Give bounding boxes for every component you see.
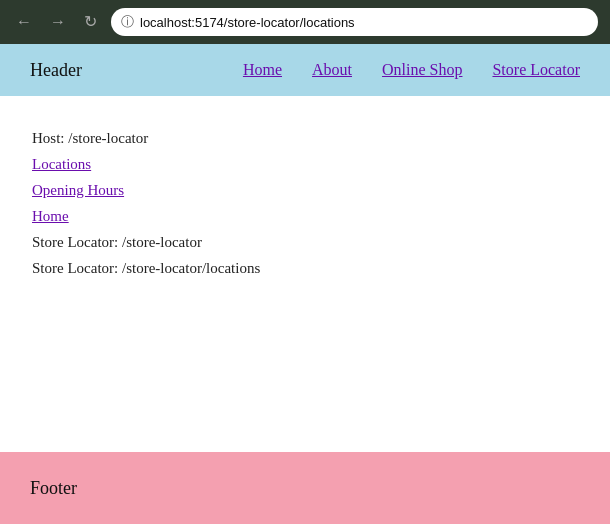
info-icon: ⓘ: [121, 13, 134, 31]
store-locator-1: Store Locator: /store-locator: [32, 230, 578, 254]
header-title: Header: [30, 60, 82, 81]
store-locator-2: Store Locator: /store-locator/locations: [32, 256, 578, 280]
nav-online-shop[interactable]: Online Shop: [382, 61, 462, 79]
host-label: Host: /store-locator: [32, 126, 578, 150]
nav-about[interactable]: About: [312, 61, 352, 79]
nav-store-locator[interactable]: Store Locator: [492, 61, 580, 79]
site-header: Header Home About Online Shop Store Loca…: [0, 44, 610, 96]
site-footer: Footer: [0, 452, 610, 524]
link-opening-hours[interactable]: Opening Hours: [32, 178, 578, 202]
url-text: localhost:5174/store-locator/locations: [140, 15, 355, 30]
address-bar[interactable]: ⓘ localhost:5174/store-locator/locations: [111, 8, 598, 36]
nav-home[interactable]: Home: [243, 61, 282, 79]
back-button[interactable]: ←: [12, 12, 36, 32]
forward-button[interactable]: →: [46, 12, 70, 32]
main-content: Host: /store-locator Locations Opening H…: [0, 96, 610, 452]
link-home[interactable]: Home: [32, 204, 578, 228]
footer-title: Footer: [30, 478, 77, 499]
reload-button[interactable]: ↻: [80, 12, 101, 32]
browser-chrome: ← → ↻ ⓘ localhost:5174/store-locator/loc…: [0, 0, 610, 44]
link-locations[interactable]: Locations: [32, 152, 578, 176]
site-nav: Home About Online Shop Store Locator: [243, 61, 580, 79]
